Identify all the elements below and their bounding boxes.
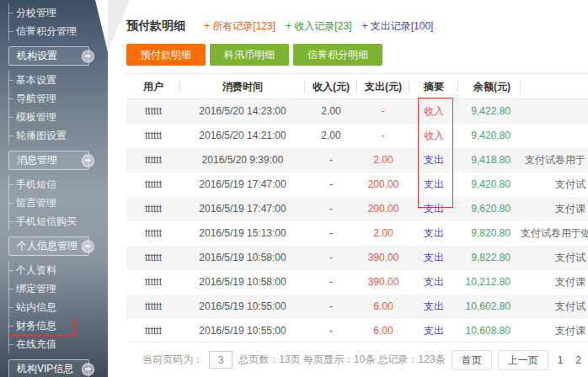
cell-time: 2016/5/19 10:58:00	[180, 270, 305, 295]
cell-time: 2016/5/19 10:58:00	[180, 246, 305, 270]
col-header-income: 收入(元)	[305, 74, 357, 99]
all-records-link[interactable]: + 所有记录[123]	[204, 19, 275, 34]
cell-user: tttttt	[126, 173, 180, 197]
cell-income: -	[305, 173, 357, 197]
page-number-2[interactable]: 2	[572, 354, 585, 366]
cell-time: 2016/5/20 9:39:00	[180, 148, 305, 173]
collapse-minus-icon[interactable]	[82, 50, 94, 62]
sidebar-item-financial-info[interactable]: 财务信息	[8, 316, 108, 335]
collapse-minus-icon[interactable]	[82, 240, 94, 252]
cell-expense: 6.00	[357, 319, 409, 343]
cell-user: tttttt	[126, 295, 180, 319]
page-number-1[interactable]: 1	[554, 354, 567, 366]
collapse-minus-icon[interactable]	[82, 363, 94, 375]
cell-user: tttttt	[126, 270, 180, 295]
cell-balance: 9,422.80	[458, 99, 521, 124]
expense-records-link[interactable]: + 支出记录[100]	[361, 19, 433, 34]
cell-note: 支付课	[521, 319, 588, 343]
sidebar-item-site-messages[interactable]: 站内信息	[8, 298, 108, 316]
cell-summary[interactable]: 收入	[409, 124, 458, 148]
cell-balance: 10,212.80	[458, 270, 521, 295]
collapse-minus-icon[interactable]	[82, 154, 94, 167]
table-row: tttttt 2016/5/19 17:47:00 - 200.00 支出 9,…	[126, 173, 588, 197]
col-header-balance: 余额(元)	[458, 74, 521, 99]
table-header-row: 用户 消费时间 收入(元) 支出(元) 摘要 余额(元)	[126, 74, 588, 99]
cell-expense: 390.00	[357, 270, 409, 295]
tab-prepayment-detail[interactable]: 预付款明细	[126, 44, 206, 66]
cell-summary[interactable]: 支出	[409, 270, 458, 295]
sidebar-section-message-mgmt[interactable]: 消息管理	[8, 151, 89, 170]
sidebar-section-org-settings[interactable]: 机构设置	[8, 46, 89, 66]
table-row: tttttt 2016/5/20 14:23:00 2.00 - 收入 9,42…	[126, 99, 588, 124]
main-content: 预付款明细 + 所有记录[123] + 收入记录[23] + 支出记录[100]…	[108, 0, 588, 377]
sidebar-section-label: 个人信息管理	[17, 240, 78, 252]
cell-income: -	[305, 197, 357, 221]
table-row: tttttt 2016/5/20 9:39:00 - 2.00 支出 9,418…	[126, 148, 588, 173]
cell-balance: 9,820.80	[458, 221, 521, 246]
cell-income: -	[305, 148, 357, 173]
sidebar-item-sms-purchase[interactable]: 手机短信购买	[8, 212, 108, 231]
sidebar-item-profile[interactable]: 个人资料	[8, 261, 108, 279]
sidebar-item-binding-mgmt[interactable]: 绑定管理	[8, 279, 108, 298]
table-row: tttttt 2016/5/19 10:55:00 - 6.00 支出 10,6…	[126, 319, 588, 343]
titlebar: 预付款明细 + 所有记录[123] + 收入记录[23] + 支出记录[100]	[126, 19, 588, 34]
sidebar-group-message-mgmt: 手机短信 留言管理 手机短信购买	[8, 175, 108, 231]
cell-summary[interactable]: 支出	[409, 173, 458, 197]
cell-time: 2016/5/19 10:55:00	[180, 319, 305, 343]
sidebar-section-org-vip-info[interactable]: 机构VIP信息	[8, 359, 89, 377]
cell-income: -	[305, 221, 357, 246]
col-header-expense: 支出(元)	[357, 74, 409, 99]
cell-expense: 6.00	[357, 295, 409, 319]
cell-summary[interactable]: 支出	[409, 148, 458, 173]
pagination-stats: 总页数：13页 每页显示：10条 总记录：123条	[238, 353, 445, 367]
tab-credit-points-detail[interactable]: 信誉积分明细	[293, 44, 382, 66]
cell-summary[interactable]: 支出	[409, 221, 458, 246]
sidebar-item-branch-mgmt[interactable]: 分校管理	[8, 3, 108, 22]
sidebar-item-credit-points-mgmt[interactable]: 信誉积分管理	[8, 22, 108, 40]
cell-time: 2016/5/19 15:13:00	[180, 221, 305, 246]
sidebar-group-org-settings: 基本设置 导航管理 模板管理 轮播图设置	[8, 71, 108, 145]
prev-page-button[interactable]: 上一页	[498, 350, 548, 370]
cell-expense: 2.00	[357, 221, 409, 246]
col-header-time: 消费时间	[180, 74, 305, 99]
first-page-button[interactable]: 首页	[452, 350, 492, 370]
sidebar-item-template-mgmt[interactable]: 模板管理	[8, 108, 108, 126]
cell-summary[interactable]: 支出	[409, 197, 458, 221]
table-row: tttttt 2016/5/19 15:13:00 - 2.00 支出 9,82…	[126, 221, 588, 246]
income-records-link[interactable]: + 收入记录[23]	[286, 19, 351, 34]
sidebar-item-nav-mgmt[interactable]: 导航管理	[8, 89, 108, 108]
cell-note: 支付课	[521, 197, 588, 221]
records-table: 用户 消费时间 收入(元) 支出(元) 摘要 余额(元) tttttt 2016…	[126, 73, 588, 343]
cell-note: 支付试卷用于做试	[521, 221, 588, 246]
cell-note: 支付试	[521, 295, 588, 319]
cell-balance: 9,822.80	[458, 246, 521, 270]
cell-user: tttttt	[126, 197, 180, 221]
cell-summary[interactable]: 支出	[409, 295, 458, 319]
cell-user: tttttt	[126, 319, 180, 343]
current-page-input[interactable]	[209, 351, 233, 369]
table-row: tttttt 2016/5/19 10:55:00 - 6.00 支出 10,6…	[126, 295, 588, 319]
cell-balance: 10,602.80	[458, 295, 521, 319]
cell-summary[interactable]: 支出	[409, 319, 458, 343]
tab-kexun-coin-detail[interactable]: 科汛币明细	[210, 44, 289, 66]
cell-time: 2016/5/19 10:55:00	[180, 295, 305, 319]
sidebar-item-carousel-settings[interactable]: 轮播图设置	[8, 126, 108, 145]
sidebar-item-basic-settings[interactable]: 基本设置	[8, 71, 108, 89]
sidebar-item-sms[interactable]: 手机短信	[8, 175, 108, 194]
sidebar-section-personal-info[interactable]: 个人信息管理	[8, 236, 89, 256]
cell-note: 支付试	[521, 173, 588, 197]
detail-tabs: 预付款明细 科汛币明细 信誉积分明细	[126, 44, 588, 66]
cell-balance: 9,420.80	[458, 173, 521, 197]
cell-summary[interactable]: 收入	[409, 99, 458, 124]
cell-summary[interactable]: 支出	[409, 246, 458, 270]
col-header-summary: 摘要	[409, 74, 458, 99]
table-row: tttttt 2016/5/19 10:58:00 - 390.00 支出 10…	[126, 270, 588, 295]
cell-user: tttttt	[126, 124, 180, 148]
sidebar-item-online-recharge[interactable]: 在线充值	[8, 335, 108, 353]
sidebar-item-guestbook-mgmt[interactable]: 留言管理	[8, 194, 108, 212]
sidebar-section-label: 消息管理	[17, 154, 57, 166]
cell-income: 2.00	[305, 99, 357, 124]
cell-expense: 200.00	[357, 197, 409, 221]
table-row: tttttt 2016/5/20 14:21:00 2.00 - 收入 9,42…	[126, 124, 588, 148]
cell-income: 2.00	[305, 124, 357, 148]
